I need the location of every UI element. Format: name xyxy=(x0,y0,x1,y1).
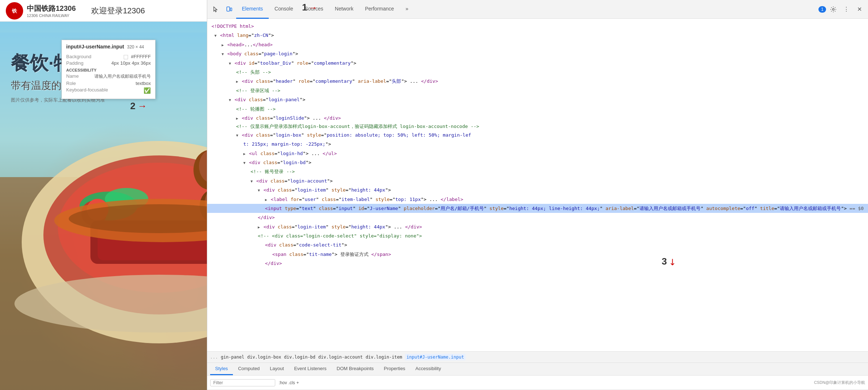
html-tree[interactable]: <!DOCTYPE html> <html lang="zh-CN"> <hea… xyxy=(207,19,868,351)
cls-filter[interactable]: .cls xyxy=(288,380,295,385)
filter-input[interactable] xyxy=(210,379,275,386)
tooltip-name-row: Name 请输入用户名或邮箱或手机号 xyxy=(66,73,151,80)
logo-title: 中国铁路12306 xyxy=(27,4,76,13)
device-toolbar-button[interactable] xyxy=(223,4,235,15)
tree-line-login-bd[interactable]: <div class="login-bd"> xyxy=(207,158,868,167)
devtools-panel: Elements Console Sources Network Perform… xyxy=(207,0,868,390)
tree-line-code-select[interactable]: <div class="code-select-tit"> xyxy=(207,240,868,249)
tab-accessibility[interactable]: Accessibility xyxy=(410,363,446,375)
tree-line-label[interactable]: <label for="user" class="item-label" sty… xyxy=(207,195,868,204)
background-value: #FFFFFF xyxy=(124,54,151,59)
label-3: 3 xyxy=(662,256,667,267)
arrow-2-icon: → xyxy=(137,100,147,112)
website-panel: 铁 中国铁路12306 12306 CHINA RAILWAY 欢迎登录1230… xyxy=(0,0,207,390)
tree-line-html[interactable]: <html lang="zh-CN"> xyxy=(207,31,868,40)
a11y-name-label: Name xyxy=(66,73,79,80)
tree-line-comment2[interactable]: <!-- 登录区域 --> xyxy=(207,86,868,95)
close-devtools-button[interactable]: ✕ xyxy=(854,4,865,15)
tree-line-login-box-cont[interactable]: t: 215px; margin-top: -225px;"> xyxy=(207,140,868,149)
tree-line-body[interactable]: <body class="page-login"> xyxy=(207,49,868,58)
breadcrumb-login-box[interactable]: div.login-box xyxy=(247,355,281,360)
label-1: 1 xyxy=(302,2,307,13)
tree-line-doctype[interactable]: <!DOCTYPE html> xyxy=(207,22,868,31)
svg-rect-22 xyxy=(227,7,230,11)
tab-more[interactable]: » xyxy=(400,0,414,19)
breadcrumb-input[interactable]: input#J-userName.input xyxy=(405,354,465,360)
tab-styles[interactable]: Styles xyxy=(210,363,233,375)
keyboard-label: Keyboard-focusable xyxy=(66,87,108,94)
tab-performance[interactable]: Performance xyxy=(359,0,400,19)
breadcrumb-gin-panel[interactable]: gin-panel xyxy=(221,355,244,360)
tree-line-login-item1[interactable]: <div class="login-item" style="height: 4… xyxy=(207,185,868,194)
tree-line-loginslide[interactable]: <div class="loginSlide"> ... </div> xyxy=(207,113,868,123)
settings-button[interactable] xyxy=(827,4,839,15)
devtools-bottom-tabs: Styles Computed Layout Event Listeners D… xyxy=(207,363,868,376)
padding-label: Padding xyxy=(66,60,84,66)
tab-event-listeners[interactable]: Event Listeners xyxy=(289,363,332,375)
tree-line-login-panel[interactable]: <div class="login-panel"> xyxy=(207,95,868,104)
add-rule[interactable]: + xyxy=(296,380,299,385)
pseudo-filter[interactable]: :hov xyxy=(279,380,287,385)
hero-area: 餐饮·特产 带有温度的旅途配餐 图片仅供参考，实际车上配餐以收到实物为准 账号登… xyxy=(0,22,207,390)
tooltip-padding-row: Padding 4px 10px 4px 36px xyxy=(66,60,151,66)
site-header: 铁 中国铁路12306 12306 CHINA RAILWAY 欢迎登录1230… xyxy=(0,0,207,22)
svg-point-24 xyxy=(833,8,834,10)
breadcrumb-login-bd[interactable]: div.login-bd xyxy=(284,355,315,360)
padding-value: 4px 10px 4px 36px xyxy=(111,60,151,66)
tree-line-tit-name[interactable]: <span class="tit-name"> 登录验证方式 </span> xyxy=(207,250,868,259)
tooltip-background-row: Background #FFFFFF xyxy=(66,54,151,59)
element-tooltip: input#J-userName.input 320 × 44 Backgrou… xyxy=(61,40,156,99)
tooltip-element-name: input#J-userName.input xyxy=(66,44,124,50)
devtools-right-icons: 1 ⋮ ✕ xyxy=(818,4,865,15)
watermark: CSDN@印象计算机的小导航 xyxy=(814,380,865,385)
label-2: 2 xyxy=(130,100,135,112)
logo-area: 铁 中国铁路12306 12306 CHINA RAILWAY xyxy=(6,2,76,20)
tooltip-size: 320 × 44 xyxy=(127,44,144,50)
tree-line-comment3[interactable]: <!-- 轮播图 --> xyxy=(207,104,868,113)
tree-line-head[interactable]: <head>...</head> xyxy=(207,40,868,49)
devtools-breadcrumb: ... gin-panel div.login-box div.login-bd… xyxy=(207,351,868,363)
annotation-3: 3 ↘ xyxy=(662,256,676,267)
tab-console[interactable]: Console xyxy=(269,0,299,19)
a11y-name-value: 请输入用户名或邮箱或手机号 xyxy=(94,73,151,80)
tree-line-header-div[interactable]: <div class="header" role="complementary"… xyxy=(207,77,868,86)
tree-line-input-selected[interactable]: <input type="text" class="input" id="J-u… xyxy=(207,204,868,213)
a11y-role-value: textbox xyxy=(136,81,151,86)
annotation-2: 2 → xyxy=(130,100,147,112)
tree-line-toolbar[interactable]: <div id="toolbar_Div" role="complementar… xyxy=(207,59,868,68)
tree-line-comment1[interactable]: <!-- 头部 --> xyxy=(207,68,868,77)
accessibility-section: ACCESSIBILITY xyxy=(66,68,151,72)
tab-layout[interactable]: Layout xyxy=(265,363,289,375)
a11y-role-label: Role xyxy=(66,81,76,86)
tree-line-close-code[interactable]: </div> xyxy=(207,259,868,268)
tree-line-login-account[interactable]: <div class="login-account"> xyxy=(207,176,868,185)
error-badge: 1 xyxy=(818,6,826,13)
tooltip-role-row: Role textbox xyxy=(66,81,151,86)
filter-bar: :hov .cls + CSDN@印象计算机的小导航 xyxy=(207,376,868,390)
svg-text:铁: 铁 xyxy=(12,8,17,14)
tab-properties[interactable]: Properties xyxy=(379,363,410,375)
tab-computed[interactable]: Computed xyxy=(233,363,265,375)
tree-line-login-box[interactable]: <div class="login-box" style="position: … xyxy=(207,130,868,140)
breadcrumb-login-item[interactable]: div.login-item xyxy=(366,355,402,360)
tab-network[interactable]: Network xyxy=(329,0,359,19)
logo-subtitle: 12306 CHINA RAILWAY xyxy=(27,13,76,18)
inspect-element-button[interactable] xyxy=(210,4,222,15)
welcome-text: 欢迎登录12306 xyxy=(91,5,145,16)
devtools-tabs: Elements Console Sources Network Perform… xyxy=(236,0,817,19)
tab-elements[interactable]: Elements xyxy=(236,0,269,19)
svg-rect-23 xyxy=(230,8,232,11)
breadcrumb-dots: ... xyxy=(210,355,218,360)
tree-line-login-hd[interactable]: <ul class="login-hd"> ... </ul> xyxy=(207,149,868,158)
keyboard-check-icon: ✅ xyxy=(144,87,151,94)
more-options-button[interactable]: ⋮ xyxy=(841,4,852,15)
tree-line-long-comment[interactable]: <!-- 仅显示账户登录添加样式login-box-account，验证码隐藏添… xyxy=(207,123,868,130)
tree-line-comment-nocode[interactable]: <!-- <div class="login-code-select" styl… xyxy=(207,231,868,240)
tree-line-comment-account[interactable]: <!-- 账号登录 --> xyxy=(207,167,868,176)
breadcrumb-login-account[interactable]: div.login-account xyxy=(318,355,363,360)
tree-line-close-div[interactable]: </div> xyxy=(207,213,868,222)
background-label: Background xyxy=(66,54,91,59)
tab-dom-breakpoints[interactable]: DOM Breakpoints xyxy=(332,363,379,375)
tree-line-login-item2[interactable]: <div class="login-item" style="height: 4… xyxy=(207,222,868,231)
tooltip-keyboard-row: Keyboard-focusable ✅ xyxy=(66,87,151,94)
